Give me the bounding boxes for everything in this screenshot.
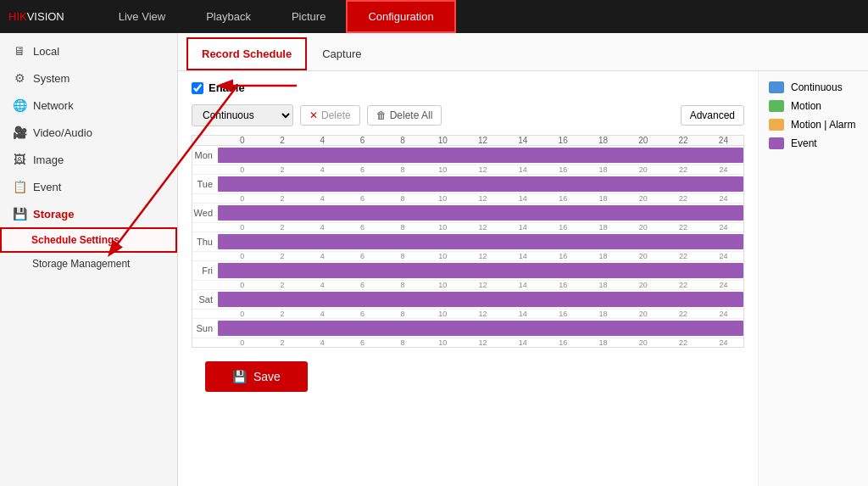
sidebar-item-video-audio[interactable]: 🎥 Video/Audio [0,119,177,146]
sidebar-sub-schedule-settings[interactable]: Schedule Settings [0,227,177,253]
save-button-label: Save [253,370,281,383]
tab-record-schedule[interactable]: Record Schedule [186,37,307,70]
type-dropdown[interactable]: Continuous Motion Alarm Motion | Alarm E… [192,104,293,126]
event-label: Event [791,137,817,149]
sun-bar[interactable] [218,321,743,336]
sun-time-row: 024681012141618202224 [192,338,743,347]
sat-bar-container[interactable] [218,290,743,309]
content-area: Record Schedule Capture Enable [178,33,868,486]
save-icon: 💾 [232,370,247,383]
time-14: 14 [503,136,542,145]
wed-bar[interactable] [218,205,743,221]
sidebar-item-system[interactable]: ⚙ System [0,64,177,92]
legend-continuous: Continuous [769,81,858,93]
image-icon: 🖼 [13,153,26,166]
enable-row: Enable [192,81,744,94]
network-icon: 🌐 [13,98,26,112]
sat-label: Sat [192,294,218,304]
sidebar-event-label: Event [33,181,61,193]
sidebar-system-label: System [33,72,70,85]
motion-alarm-color [769,119,784,131]
schedule-settings-label: Schedule Settings [31,234,120,246]
save-button[interactable]: 💾 Save [205,361,308,392]
legend: Continuous Motion Motion | Alarm Event [758,71,868,486]
tab-record-schedule-label: Record Schedule [202,47,292,60]
thu-bar-container[interactable] [218,232,743,251]
sun-bar-row: Sun [192,319,743,338]
content-wrapper: Enable Continuous Motion Alarm Motion | … [178,71,868,486]
legend-motion-alarm: Motion | Alarm [769,119,858,131]
legend-motion: Motion [769,100,858,112]
nav-items: Live View Playback Picture Configuration [98,0,860,33]
mon-time-row: 024681012141618202224 [192,165,743,174]
mon-row: Mon 024681012141618202224 [192,146,743,175]
wed-bar-row: Wed [192,204,743,222]
delete-all-button[interactable]: 🗑 Delete All [367,105,442,126]
schedule-grid: 0 2 4 6 8 10 12 14 16 18 20 [192,135,744,348]
sidebar-item-network[interactable]: 🌐 Network [0,92,177,119]
fri-row: Fri 024681012141618202224 [192,261,743,290]
sun-row: Sun 024681012141618202224 [192,319,743,347]
tue-row: Tue 024681012141618202224 [192,175,743,204]
sidebar-item-local[interactable]: 🖥 Local [0,37,177,64]
trash-icon: 🗑 [376,109,387,121]
sidebar-local-label: Local [33,45,59,58]
video-audio-icon: 🎥 [13,126,26,139]
motion-label: Motion [791,100,821,112]
mon-bar-row: Mon [192,146,743,165]
time-header-row: 0 2 4 6 8 10 12 14 16 18 20 [192,136,743,146]
tab-capture-label: Capture [322,47,361,60]
thu-bar-row: Thu [192,232,743,251]
thu-bar[interactable] [218,234,743,249]
thu-label: Thu [192,237,218,247]
motion-alarm-label: Motion | Alarm [791,119,855,131]
local-icon: 🖥 [13,44,26,58]
tab-bar: Record Schedule Capture [178,33,868,71]
mon-bar[interactable] [218,148,743,163]
time-16: 16 [543,136,583,145]
sidebar-item-storage[interactable]: 💾 Storage [0,200,177,227]
time-24: 24 [704,136,743,145]
time-12: 12 [463,136,503,145]
time-0: 0 [222,136,262,145]
delete-button[interactable]: ✕ Delete [300,105,360,126]
tab-capture[interactable]: Capture [307,37,376,70]
tue-label: Tue [192,179,218,189]
sidebar-network-label: Network [33,99,74,112]
sun-bar-container[interactable] [218,319,743,338]
nav-configuration[interactable]: Configuration [346,0,455,33]
sidebar-sub-storage-management[interactable]: Storage Management [0,253,177,275]
continuous-label: Continuous [791,81,843,93]
logo-vision: VISION [27,10,64,23]
nav-live-view[interactable]: Live View [98,0,186,33]
legend-event: Event [769,137,858,149]
fri-bar[interactable] [218,263,743,278]
nav-playback[interactable]: Playback [186,0,271,33]
advanced-button-label: Advanced [690,109,735,121]
sidebar-video-audio-label: Video/Audio [33,126,92,139]
fri-bar-row: Fri [192,261,743,280]
time-markers: 0 2 4 6 8 10 12 14 16 18 20 [222,136,743,145]
wed-bar-container[interactable] [218,204,743,222]
tue-bar-row: Tue [192,175,743,193]
time-22: 22 [663,136,703,145]
nav-picture[interactable]: Picture [271,0,346,33]
sat-row: Sat 024681012141618202224 [192,290,743,319]
time-20: 20 [623,136,663,145]
tue-bar[interactable] [218,176,743,192]
tue-bar-container[interactable] [218,175,743,193]
mon-bar-container[interactable] [218,146,743,165]
time-10: 10 [423,136,463,145]
enable-checkbox[interactable] [192,82,203,94]
advanced-button[interactable]: Advanced [681,105,744,126]
time-18: 18 [583,136,623,145]
wed-time-row: 024681012141618202224 [192,222,743,232]
logo-hik: HIK [8,10,27,23]
thu-row: Thu 024681012141618202224 [192,232,743,261]
delete-button-label: Delete [321,109,351,121]
fri-bar-container[interactable] [218,261,743,280]
sidebar-item-event[interactable]: 📋 Event [0,173,177,200]
enable-label: Enable [209,81,245,94]
sat-bar[interactable] [218,292,743,307]
sidebar-item-image[interactable]: 🖼 Image [0,146,177,173]
